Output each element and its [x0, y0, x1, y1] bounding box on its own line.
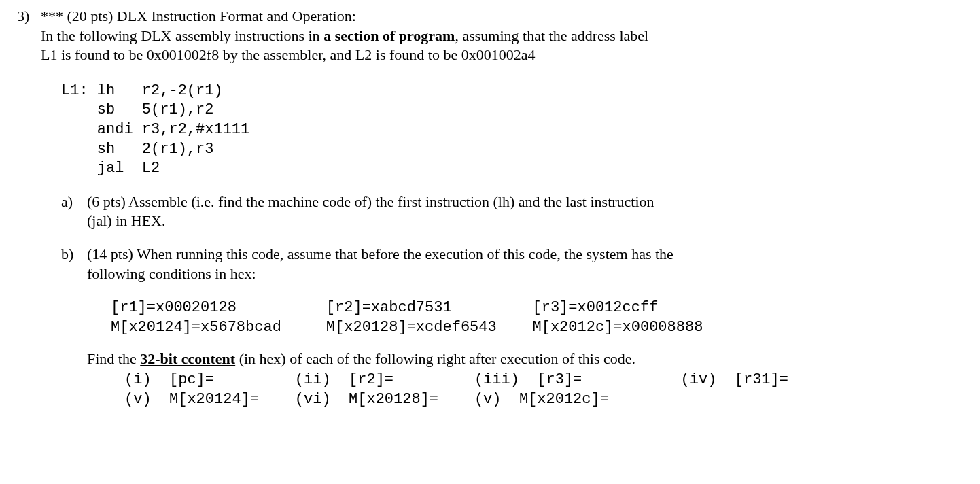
subpart-a: a) (6 pts) Assemble (i.e. find the machi…: [61, 192, 963, 231]
problem-stars: ***: [41, 7, 63, 24]
find-1a: Find the: [87, 350, 140, 367]
find-1c: (in hex) of each of the following right …: [235, 350, 635, 367]
intro-line-2: L1 is found to be 0x001002f8 by the asse…: [41, 46, 963, 65]
subpart-b-content: (14 pts) When running this code, assume …: [87, 245, 963, 409]
find-text: Find the 32-bit ccontent (in hex) of eac…: [87, 349, 963, 369]
answers-line-2: (v) M[x20124]= (vi) M[x20128]= (v) M[x20…: [124, 390, 963, 409]
partb-text2: following conditions in hex:: [87, 264, 963, 284]
problem-points: (20 pts): [67, 7, 113, 24]
problem-number: 3): [17, 7, 41, 27]
code-block: L1: lh r2,-2(r1) sb 5(r1),r2 andi r3,r2,…: [61, 82, 963, 179]
problem-title: DLX Instruction Format and Operation:: [117, 7, 356, 24]
problem-content: *** (20 pts) DLX Instruction Format and …: [41, 7, 963, 409]
intro-line-1: In the following DLX assembly instructio…: [41, 27, 963, 46]
partb-text1: (14 pts) When running this code, assume …: [87, 245, 963, 264]
find-1b-underline: 32-bit ccontent: [140, 350, 235, 367]
subpart-b: b) (14 pts) When running this code, assu…: [61, 245, 963, 409]
subpart-b-label: b): [61, 245, 87, 409]
subpart-a-label: a): [61, 192, 87, 231]
parta-text2: (jal) in HEX.: [87, 211, 963, 231]
intro-1c: , assuming that the address label: [455, 27, 648, 44]
subpart-a-content: (6 pts) Assemble (i.e. find the machine …: [87, 192, 963, 231]
answers-line-1: (i) [pc]= (ii) [r2]= (iii) [r3]= (iv) [r…: [124, 370, 963, 390]
problem-title-line: *** (20 pts) DLX Instruction Format and …: [41, 7, 963, 27]
intro-1a: In the following DLX assembly instructio…: [41, 27, 323, 44]
conditions-block: [r1]=x00020128 [r2]=xabcd7531 [r3]=x0012…: [111, 298, 963, 337]
problem-header: 3) *** (20 pts) DLX Instruction Format a…: [17, 7, 963, 409]
intro-1b-bold: a section of program: [323, 27, 455, 44]
parta-text1: (6 pts) Assemble (i.e. find the machine …: [87, 192, 963, 212]
